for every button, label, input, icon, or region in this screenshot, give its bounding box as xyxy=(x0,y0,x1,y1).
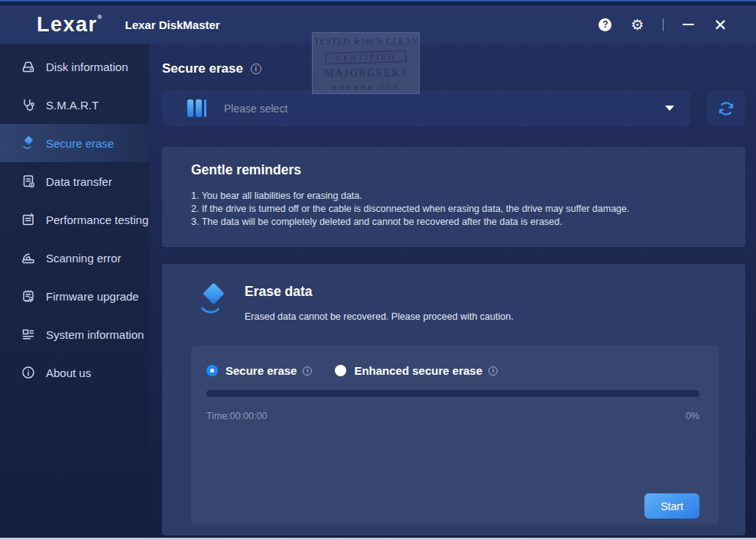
sidebar-item-label: About us xyxy=(46,366,91,379)
reminders-panel: Gentle reminders 1. You bear all liabili… xyxy=(162,147,745,247)
reminder-item: 3. The data will be completely deleted a… xyxy=(191,216,629,229)
device-select[interactable]: Please select xyxy=(162,90,690,126)
sidebar-item-about-us[interactable]: About us xyxy=(0,353,149,392)
info-icon[interactable]: i xyxy=(251,63,261,74)
sidebar-item-secure-erase[interactable]: Secure erase xyxy=(0,124,149,162)
drive-icon xyxy=(187,99,206,117)
window-top-edge xyxy=(0,0,756,5)
titlebar: Lexar® Lexar DiskMaster ? ⚙ ✕ xyxy=(0,5,756,44)
sidebar-item-performance-testing[interactable]: Performance testing xyxy=(0,200,149,239)
erase-data-panel: Erase data Erased data cannot be recover… xyxy=(162,264,745,535)
close-icon[interactable]: ✕ xyxy=(713,17,727,33)
progress-percent: 0% xyxy=(686,411,699,421)
scan-gauge-icon xyxy=(21,250,36,265)
sidebar-item-data-transfer[interactable]: Data transfer xyxy=(0,162,149,200)
reminders-title: Gentle reminders xyxy=(191,162,301,178)
sidebar-item-label: Disk information xyxy=(46,60,128,73)
logo-registered-mark: ® xyxy=(98,14,102,21)
sidebar-item-label: Secure erase xyxy=(46,137,114,150)
reminder-item: 2. If the drive is turned off or the cab… xyxy=(191,203,629,216)
progress-meta: Time:00:00:00 0% xyxy=(206,411,699,421)
sidebar-item-scanning-error[interactable]: Scanning error xyxy=(0,239,149,277)
app-title: Lexar DiskMaster xyxy=(125,18,219,31)
eraser-icon xyxy=(21,135,36,151)
app-window: Lexar® Lexar DiskMaster ? ⚙ ✕ Disk infor… xyxy=(0,0,756,540)
sidebar-item-label: Performance testing xyxy=(46,213,148,226)
sidebar-item-label: S.M.A.R.T xyxy=(46,99,99,112)
titlebar-actions: ? ⚙ ✕ xyxy=(599,17,727,33)
erase-options-panel: Secure erase i Enhanced secure erase i T… xyxy=(191,346,719,525)
radio-label: Secure erase xyxy=(226,364,297,377)
sidebar-item-firmware-upgrade[interactable]: Firmware upgrade xyxy=(0,277,149,315)
progress-bar xyxy=(206,390,699,397)
minimize-icon xyxy=(683,24,694,25)
sidebar-item-label: Data transfer xyxy=(46,175,112,188)
sidebar-item-label: System information xyxy=(46,328,144,341)
sidebar: Disk information S.M.A.R.T xyxy=(0,44,149,540)
minimize-button[interactable] xyxy=(683,18,694,31)
sidebar-item-label: Firmware upgrade xyxy=(46,290,139,303)
reminders-list: 1. You bear all liabilities for erasing … xyxy=(191,190,629,229)
gear-icon[interactable]: ⚙ xyxy=(631,18,644,32)
help-icon[interactable]: ? xyxy=(599,18,612,31)
erase-title: Erase data xyxy=(245,284,313,300)
sidebar-item-smart[interactable]: S.M.A.R.T xyxy=(0,86,149,124)
main-content: Secure erase i Please select Gentle remi… xyxy=(149,44,756,540)
radio-secure-erase[interactable] xyxy=(206,365,218,376)
erase-subtitle: Erased data cannot be recovered. Please … xyxy=(245,311,514,322)
info-icon[interactable]: i xyxy=(488,366,498,376)
page-title: Secure erase xyxy=(162,61,243,76)
chevron-down-icon xyxy=(665,106,674,111)
select-placeholder: Please select xyxy=(224,102,287,115)
sidebar-item-label: Scanning error xyxy=(46,252,121,265)
reminder-item: 1. You bear all liabilities for erasing … xyxy=(191,190,629,203)
sidebar-item-system-information[interactable]: System information xyxy=(0,315,149,353)
radio-enhanced-secure-erase[interactable] xyxy=(335,365,346,376)
logo-text: Lexar xyxy=(37,13,98,36)
stethoscope-icon xyxy=(21,97,36,112)
refresh-button[interactable] xyxy=(707,90,745,126)
lexar-logo: Lexar® xyxy=(37,15,102,35)
start-button[interactable]: Start xyxy=(644,493,699,519)
document-transfer-icon xyxy=(21,174,36,189)
titlebar-divider xyxy=(663,18,664,31)
chip-icon xyxy=(21,288,36,304)
disk-icon xyxy=(21,59,36,74)
info-circle-icon xyxy=(21,365,36,380)
elapsed-time: Time:00:00:00 xyxy=(206,411,267,421)
eraser-icon xyxy=(196,282,231,320)
system-list-icon xyxy=(21,327,36,342)
refresh-icon xyxy=(717,99,735,118)
radio-label: Enhanced secure erase xyxy=(354,364,482,377)
erase-mode-options: Secure erase i Enhanced secure erase i xyxy=(206,364,498,377)
page-header: Secure erase i xyxy=(162,61,261,76)
document-pencil-icon xyxy=(21,212,36,227)
sidebar-item-disk-information[interactable]: Disk information xyxy=(0,47,149,86)
info-icon[interactable]: i xyxy=(303,366,312,376)
